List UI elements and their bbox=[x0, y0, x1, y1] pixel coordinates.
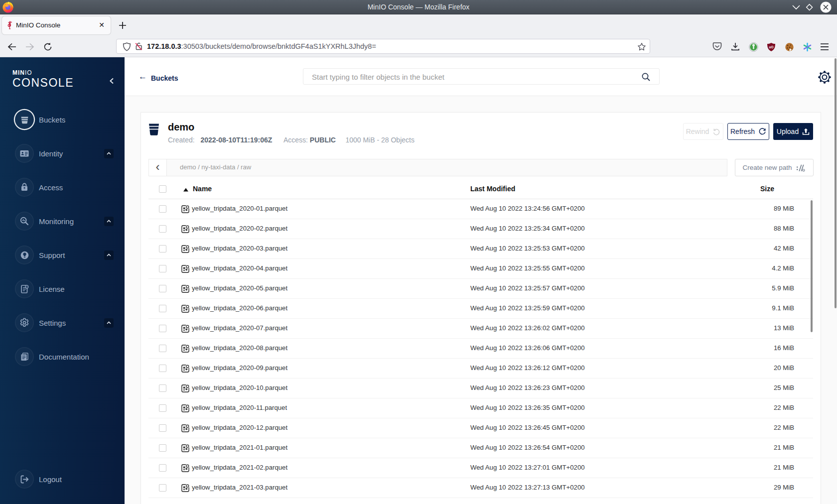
svg-text:uO: uO bbox=[769, 45, 773, 49]
